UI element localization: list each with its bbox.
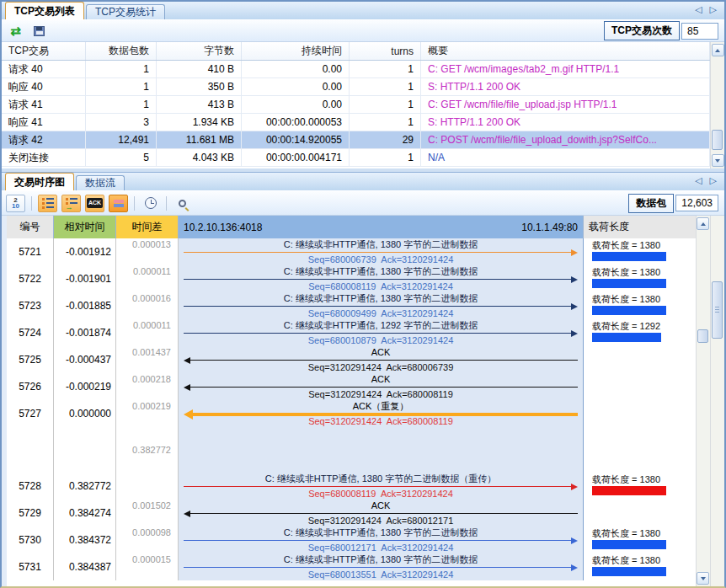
time-delta: 0.001437 [116, 346, 179, 373]
tab-scroll-left-icon[interactable]: ◁ [695, 175, 704, 185]
tab-transaction-sequence-diagram[interactable]: 交易时序图 [5, 173, 74, 190]
ack-icon: ACK [87, 198, 103, 208]
packet-row[interactable]: 5730 0.384372 0.000098 C: 继续或非HTTP通信, 13… [7, 527, 696, 553]
sequence-number-format-button[interactable]: 2 10 [6, 195, 25, 212]
scroll-down-icon[interactable] [712, 154, 724, 167]
packet-row[interactable]: 0.382772 [7, 427, 696, 473]
filter-transactions-button[interactable]: ⇄ [6, 22, 25, 40]
col-summary[interactable]: 概要 [421, 42, 710, 60]
packet-counter: 数据包 12,603 [628, 194, 718, 213]
tab-scroll-right-icon[interactable]: ▷ [710, 175, 719, 185]
cell-turns: 1 [350, 114, 421, 131]
col-tcp-transaction[interactable]: TCP交易 [2, 42, 86, 60]
packet-list-arrow-button[interactable]: → [61, 195, 81, 212]
packet-row[interactable]: 5723 -0.001885 0.000016 C: 继续或非HTTP通信, 1… [7, 292, 696, 319]
col-payload-length[interactable]: 载荷长度 [584, 216, 696, 238]
flow-cell: C: 继续或非HTTP通信, 1380 字节的二进制数据 Seq=6800067… [179, 238, 584, 265]
packet-row[interactable]: 5728 0.382772 C: 继续或非HTTP通信, 1380 字节的二进制… [7, 473, 696, 500]
flow-cell: ACK Seq=3120291424 Ack=680012171 [179, 500, 584, 527]
seq-ack-values: Seq=3120291424 Ack=680012171 [182, 516, 579, 527]
col-duration[interactable]: 持续时间 [242, 42, 350, 60]
diagram-vscrollbar[interactable] [696, 216, 710, 586]
col-time-delta[interactable]: 时间差 [116, 216, 179, 238]
cell-turns: 1 [350, 78, 421, 95]
outer-vscrollbar[interactable] [710, 216, 724, 586]
tab-data-stream[interactable]: 数据流 [76, 175, 125, 190]
scrollbar-thumb[interactable] [712, 281, 723, 339]
payload-cell [584, 427, 696, 473]
seq-ack-values: Seq=3120291424 Ack=680008119 [182, 389, 579, 400]
flow-cell: ACK Seq=3120291424 Ack=680006739 [179, 346, 584, 373]
table-row[interactable]: 请求 40 1 410 B 0.00 1 C: GET /wcm/images/… [2, 61, 710, 78]
cell-transaction: 关闭连接 [2, 149, 86, 166]
cell-transaction: 请求 41 [2, 96, 86, 113]
packet-row[interactable]: 5727 0.000000 0.000219 ACK（重复） Seq=31202… [7, 400, 696, 427]
payload-bars-button[interactable] [109, 195, 128, 212]
scrollbar-thumb[interactable] [712, 130, 723, 150]
scroll-down-icon[interactable] [697, 572, 709, 585]
col-turns[interactable]: turns [350, 42, 421, 60]
col-packet-count[interactable]: 数据包数 [86, 42, 157, 60]
payload-length-label: 载荷长度 = 1380 [592, 294, 696, 305]
cell-duration: 00:00:00.004171 [242, 149, 350, 166]
table-row[interactable]: 关闭连接 5 4.043 KB 00:00:00.004171 1 N/A [2, 149, 710, 167]
packet-row[interactable]: 5726 -0.000219 0.000218 ACK Seq=31202914… [7, 373, 696, 400]
col-packet-number[interactable]: 编号 [7, 216, 54, 238]
cell-turns: 29 [350, 131, 421, 148]
seq-ack-values: Seq=680009499 Ack=3120291424 [182, 308, 579, 319]
col-relative-time[interactable]: 相对时间 [54, 216, 116, 238]
tcp-transaction-analyzer-window: TCP交易列表 TCP交易统计 ◁ ▷ ⇄ TCP交易次数 85 TCP交易 [0, 0, 726, 588]
table-vscrollbar[interactable] [710, 42, 724, 168]
payload-cell: 载荷长度 = 1380 [584, 292, 696, 319]
packet-row[interactable]: 5722 -0.001901 0.000011 C: 继续或非HTTP通信, 1… [7, 265, 696, 292]
table-row[interactable]: 响应 41 3 1.934 KB 00:00:00.000053 1 S: HT… [2, 114, 710, 131]
tab-scroll-left-icon[interactable]: ◁ [695, 4, 704, 14]
packet-list-button[interactable] [38, 195, 57, 212]
relative-time: -0.001885 [54, 292, 116, 319]
packet-label: C: 继续或非HTTP通信, 1380 字节的二进制数据 [182, 266, 579, 277]
packet-number: 5723 [7, 292, 54, 319]
cell-summary: S: HTTP/1.1 200 OK [421, 78, 710, 95]
flow-cell: C: 继续或非HTTP通信, 1380 字节的二进制数据 Seq=6800121… [179, 527, 584, 553]
packet-row[interactable]: 5721 -0.001912 0.000013 C: 继续或非HTTP通信, 1… [7, 238, 696, 265]
payload-cell: 载荷长度 = 1380 [584, 527, 696, 553]
scroll-up-icon[interactable] [697, 217, 709, 230]
packet-row[interactable]: 5731 0.384387 0.000015 C: 继续或非HTTP通信, 13… [7, 553, 696, 580]
cell-transaction: 请求 40 [2, 61, 86, 78]
tcp-transaction-list-panel: TCP交易列表 TCP交易统计 ◁ ▷ ⇄ TCP交易次数 85 TCP交易 [2, 2, 724, 168]
payload-bar [592, 567, 666, 576]
save-export-button[interactable] [29, 22, 49, 40]
payload-cell: 载荷长度 = 1380 [584, 553, 696, 580]
packet-label: ACK [182, 500, 579, 511]
tab-tcp-transaction-list[interactable]: TCP交易列表 [5, 2, 84, 19]
tab-scroll-right-icon[interactable]: ▷ [710, 4, 719, 14]
tab-scroll-arrows: ◁ ▷ [695, 175, 719, 186]
ack-display-button[interactable]: ACK [85, 195, 104, 212]
seq-ack-values: Seq=680010879 Ack=3120291424 [182, 335, 579, 346]
relative-time [54, 427, 116, 473]
packet-label: C: 继续或非HTTP通信, 1380 字节的二进制数据 [182, 239, 579, 250]
find-button[interactable] [173, 195, 192, 212]
cell-packets: 5 [86, 149, 157, 166]
diagram-body: 5721 -0.001912 0.000013 C: 继续或非HTTP通信, 1… [7, 238, 696, 586]
packet-number [7, 427, 54, 473]
seq-ack-values: Seq=680008119 Ack=3120291424 [182, 489, 579, 500]
cell-bytes: 1.934 KB [157, 114, 242, 131]
packet-row[interactable]: 5725 -0.000437 0.001437 ACK Seq=31202914… [7, 346, 696, 373]
time-display-button[interactable] [141, 195, 160, 212]
tab-tcp-transaction-stats[interactable]: TCP交易统计 [86, 4, 165, 19]
cell-bytes: 4.043 KB [157, 149, 242, 166]
table-row[interactable]: 响应 40 1 350 B 0.00 1 S: HTTP/1.1 200 OK [2, 78, 710, 96]
table-row[interactable]: 请求 41 1 413 B 0.00 1 C: GET /wcm/file/fi… [2, 96, 710, 114]
scroll-up-icon[interactable] [712, 44, 724, 56]
cell-packets: 3 [86, 114, 157, 131]
relative-time: 0.382772 [54, 473, 116, 500]
packet-row[interactable]: 5729 0.384274 0.001502 ACK Seq=312029142… [7, 500, 696, 527]
scrollbar-thumb[interactable] [697, 329, 708, 343]
col-byte-count[interactable]: 字节数 [157, 42, 242, 60]
packet-row[interactable]: 5724 -0.001874 0.000011 C: 继续或非HTTP通信, 1… [7, 319, 696, 346]
top-toolbar: ⇄ TCP交易次数 85 [2, 20, 724, 42]
time-delta: 0.000013 [116, 238, 179, 265]
relative-time: 0.384372 [54, 527, 116, 553]
table-row[interactable]: 请求 42 12,491 11.681 MB 00:00:14.920055 2… [2, 131, 710, 149]
